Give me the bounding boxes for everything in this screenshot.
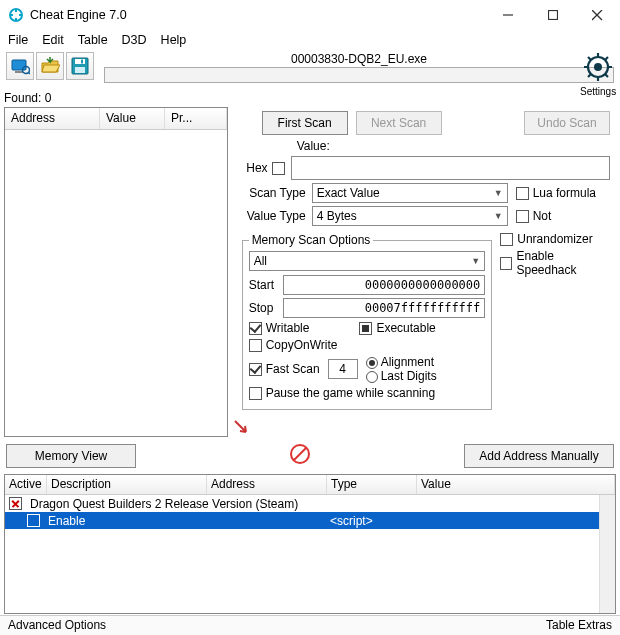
th-type[interactable]: Type [327,475,417,494]
scan-type-label: Scan Type [242,186,306,200]
mso-legend: Memory Scan Options [249,233,374,247]
menu-bar: File Edit Table D3D Help [0,30,620,50]
value-type-select[interactable]: 4 Bytes▼ [312,206,508,226]
hex-checkbox[interactable] [272,162,285,175]
speedhack-label: Enable Speedhack [516,249,610,277]
copyonwrite-checkbox[interactable] [249,339,262,352]
value-input[interactable] [291,156,610,180]
svg-line-8 [28,72,30,74]
col-prev[interactable]: Pr... [165,108,227,129]
col-value[interactable]: Value [100,108,165,129]
undo-scan-button: Undo Scan [524,111,610,135]
table-row[interactable]: Enable <script> [5,512,615,529]
svg-line-16 [294,448,306,460]
fastscan-checkbox[interactable] [249,363,262,376]
menu-file[interactable]: File [8,33,28,47]
row-type: <script> [326,513,377,529]
hex-label: Hex [242,161,268,175]
titlebar: Cheat Engine 7.0 [0,0,620,30]
not-checkbox[interactable] [516,210,529,223]
chevron-down-icon: ▼ [494,211,503,221]
row-desc: Dragon Quest Builders 2 Release Version … [26,496,615,512]
results-list[interactable]: Address Value Pr... [4,107,228,437]
toolbar: 00003830-DQB2_EU.exe [0,50,620,89]
speedhack-checkbox[interactable] [500,257,512,270]
th-active[interactable]: Active [5,475,47,494]
process-name: 00003830-DQB2_EU.exe [104,52,614,67]
copyonwrite-label: CopyOnWrite [266,338,338,352]
scan-type-select[interactable]: Exact Value▼ [312,183,508,203]
svg-rect-12 [81,60,83,64]
scan-progress [104,67,614,83]
menu-d3d[interactable]: D3D [122,33,147,47]
value-type-value: 4 Bytes [317,209,357,223]
row-desc: Enable [44,513,326,529]
process-area: 00003830-DQB2_EU.exe [104,52,614,83]
lastdigits-radio[interactable] [366,371,378,383]
alignment-radio[interactable] [366,357,378,369]
chevron-down-icon: ▼ [494,188,503,198]
lua-formula-label: Lua formula [533,186,596,200]
active-checkbox[interactable] [27,514,40,527]
unrandomizer-checkbox[interactable] [500,233,513,246]
value-label: Value: [297,139,330,153]
chevron-down-icon: ▼ [471,256,480,266]
active-checkbox[interactable] [9,497,22,510]
writable-label: Writable [266,321,310,335]
stop-label: Stop [249,301,283,315]
mid-area: Address Value Pr... First Scan Next Scan… [0,107,620,437]
first-scan-button[interactable]: First Scan [262,111,348,135]
executable-checkbox[interactable] [359,322,372,335]
mso-region-select[interactable]: All▼ [249,251,486,271]
maximize-button[interactable] [530,0,575,30]
found-label: Found: 0 [0,89,620,107]
select-process-button[interactable] [6,52,34,80]
menu-table[interactable]: Table [78,33,108,47]
svg-rect-2 [548,11,557,20]
value-type-label: Value Type [242,209,306,223]
table-header: Active Description Address Type Value [5,475,615,495]
advanced-options[interactable]: Advanced Options [8,618,106,633]
executable-label: Executable [376,321,435,335]
fastscan-label: Fast Scan [266,362,320,376]
settings-label: Settings [580,86,616,97]
scan-type-value: Exact Value [317,186,380,200]
th-address[interactable]: Address [207,475,327,494]
writable-checkbox[interactable] [249,322,262,335]
alignment-label: Alignment [381,355,434,369]
open-button[interactable] [36,52,64,80]
svg-rect-6 [15,71,23,73]
window-buttons [485,0,620,30]
address-table[interactable]: Active Description Address Type Value Dr… [4,474,616,614]
memory-view-button[interactable]: Memory View [6,444,136,468]
pause-checkbox[interactable] [249,387,262,400]
svg-rect-10 [75,59,85,64]
table-scrollbar[interactable] [599,495,615,613]
col-address[interactable]: Address [5,108,100,129]
next-scan-button: Next Scan [356,111,442,135]
mso-region-value: All [254,254,267,268]
th-desc[interactable]: Description [47,475,207,494]
memory-scan-options: Memory Scan Options All▼ Start Stop Writ… [242,233,493,410]
pause-label: Pause the game while scanning [266,386,435,400]
table-extras[interactable]: Table Extras [546,618,612,633]
results-columns: Address Value Pr... [5,108,227,130]
start-input[interactable] [283,275,486,295]
close-button[interactable] [575,0,620,30]
no-entry-icon [289,443,311,468]
th-value[interactable]: Value [417,475,615,494]
minimize-button[interactable] [485,0,530,30]
not-label: Not [533,209,552,223]
table-row[interactable]: Dragon Quest Builders 2 Release Version … [5,495,615,512]
save-button[interactable] [66,52,94,80]
menu-edit[interactable]: Edit [42,33,64,47]
add-address-button[interactable]: Add Address Manually [464,444,614,468]
lua-formula-checkbox[interactable] [516,187,529,200]
stop-input[interactable] [283,298,486,318]
fastscan-input[interactable] [328,359,358,379]
settings-logo[interactable]: Settings [580,50,616,97]
window-title: Cheat Engine 7.0 [30,8,485,22]
menu-help[interactable]: Help [161,33,187,47]
lastdigits-label: Last Digits [381,369,437,383]
arrow-icon[interactable] [232,418,250,436]
